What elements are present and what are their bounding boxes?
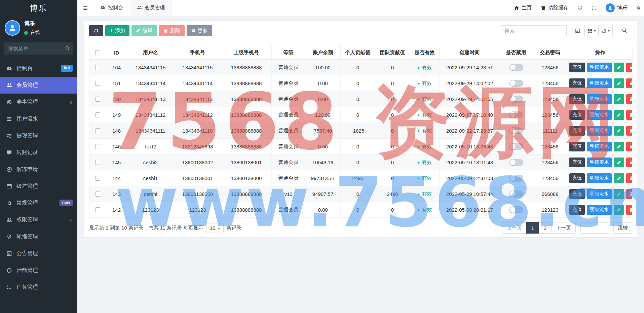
detail-view-button[interactable] — [571, 25, 585, 36]
row-checkbox[interactable] — [95, 160, 100, 165]
search-button[interactable] — [617, 25, 632, 36]
recharge-button[interactable]: 充值 — [569, 142, 585, 151]
disable-toggle[interactable] — [509, 111, 523, 118]
home-link[interactable]: 主页 — [514, 5, 532, 11]
pagination-page-1[interactable]: 1 — [526, 222, 539, 234]
row-edit-button[interactable] — [614, 110, 624, 120]
row-edit-button[interactable] — [614, 126, 624, 136]
topbar-user[interactable]: 博乐 — [606, 3, 627, 12]
row-edit-button[interactable] — [614, 189, 624, 199]
recharge-button[interactable]: 充值 — [569, 126, 585, 136]
jump-page-input[interactable] — [580, 222, 610, 234]
jump-button[interactable]: 跳转 — [613, 222, 632, 234]
sidebar-item-tasks[interactable]: 任务管理 — [0, 279, 77, 295]
sidebar-item-announcements[interactable]: 公告管理 — [0, 245, 77, 262]
row-delete-button[interactable] — [626, 189, 633, 199]
row-checkbox[interactable] — [95, 144, 100, 149]
detail-flow-button[interactable]: 明细流水 — [587, 94, 612, 104]
sidebar-item-unfreeze[interactable]: 解冻申请 — [0, 161, 77, 178]
detail-flow-button[interactable]: 明细流水 — [587, 78, 612, 88]
row-edit-button[interactable] — [614, 173, 624, 183]
row-delete-button[interactable] — [626, 173, 633, 183]
add-button[interactable]: + 添加 — [105, 25, 129, 36]
sidebar-item-level-diff[interactable]: 级差管理 — [0, 178, 77, 195]
row-checkbox[interactable] — [95, 176, 100, 181]
detail-flow-button[interactable]: 明细流水 — [587, 142, 612, 151]
sidebar-item-permissions[interactable]: 权限管理‹ — [0, 211, 77, 228]
row-checkbox[interactable] — [95, 112, 100, 117]
row-delete-button[interactable] — [626, 63, 633, 72]
row-edit-button[interactable] — [614, 94, 624, 104]
detail-flow-button[interactable]: 明细流水 — [587, 63, 612, 72]
row-delete-button[interactable] — [626, 142, 633, 151]
row-checkbox[interactable] — [95, 207, 100, 212]
recharge-button[interactable]: 充值 — [569, 110, 585, 120]
row-edit-button[interactable] — [614, 205, 624, 215]
row-checkbox[interactable] — [95, 128, 100, 133]
sidebar-item-members[interactable]: 会员管理 — [0, 77, 77, 94]
message-icon[interactable] — [577, 5, 582, 10]
export-button[interactable]: ▾ — [598, 25, 613, 36]
disable-toggle[interactable] — [509, 80, 523, 87]
detail-flow-button[interactable]: 明细流水 — [587, 126, 612, 136]
recharge-button[interactable]: 充值 — [569, 63, 585, 72]
recharge-button[interactable]: 充值 — [569, 158, 585, 167]
row-delete-button[interactable] — [626, 158, 633, 167]
recharge-button[interactable]: 充值 — [569, 94, 585, 104]
row-delete-button[interactable] — [626, 94, 633, 104]
disable-toggle[interactable] — [509, 143, 523, 150]
more-button[interactable]: 更多 — [187, 25, 212, 36]
recharge-button[interactable]: 充值 — [569, 189, 585, 199]
recharge-button[interactable]: 充值 — [569, 78, 585, 88]
row-delete-button[interactable] — [626, 205, 633, 215]
row-checkbox[interactable] — [95, 97, 100, 102]
detail-flow-button[interactable]: 明细流水 — [587, 110, 612, 120]
menu-toggle-icon[interactable]: ≡ — [77, 0, 93, 16]
row-edit-button[interactable] — [614, 63, 624, 72]
refresh-button[interactable] — [89, 25, 103, 36]
disable-toggle[interactable] — [509, 190, 523, 198]
row-edit-button[interactable] — [614, 78, 624, 88]
sidebar-search-input[interactable] — [4, 42, 73, 55]
select-all-checkbox[interactable] — [95, 50, 100, 55]
tab-console[interactable]: 控制台 — [93, 0, 130, 16]
sidebar-item-user-flow[interactable]: 用户流水 — [0, 110, 77, 127]
detail-flow-button[interactable]: 明细流水 — [587, 158, 612, 167]
pagination-prev[interactable]: 上一页 — [502, 222, 527, 234]
disable-toggle[interactable] — [509, 159, 523, 166]
row-delete-button[interactable] — [626, 78, 633, 88]
sidebar-item-console[interactable]: 控制台hot — [0, 60, 77, 77]
sidebar-item-matches[interactable]: 赛事管理‹ — [0, 94, 77, 110]
page-size-select[interactable]: 10 ▴ — [206, 223, 224, 233]
disable-toggle[interactable] — [509, 127, 523, 134]
recharge-button[interactable]: 充值 — [569, 205, 585, 215]
sidebar-item-transfer-records[interactable]: 转账记录 — [0, 144, 77, 161]
row-checkbox[interactable] — [95, 65, 100, 70]
recharge-button[interactable]: 充值 — [569, 173, 585, 183]
tab-members[interactable]: 会员管理 — [130, 0, 172, 16]
detail-flow-button[interactable]: 明细流水 — [587, 189, 612, 199]
disable-toggle[interactable] — [509, 175, 523, 182]
sidebar-item-carousel[interactable]: 轮播管理 — [0, 228, 77, 245]
sidebar-item-activities[interactable]: 活动管理 — [0, 262, 77, 279]
sidebar-item-general[interactable]: 常规管理new — [0, 195, 77, 211]
sidebar-item-withdraw[interactable]: 提现管理 — [0, 127, 77, 144]
settings-gear-icon[interactable] — [636, 5, 641, 10]
disable-toggle[interactable] — [509, 206, 523, 213]
edit-button[interactable]: 编辑 — [131, 25, 157, 36]
row-checkbox[interactable] — [95, 192, 100, 197]
row-delete-button[interactable] — [626, 126, 633, 136]
detail-flow-button[interactable]: 明细流水 — [587, 173, 612, 183]
fullscreen-icon[interactable] — [592, 5, 597, 10]
columns-button[interactable]: ▾ — [584, 25, 599, 36]
disable-toggle[interactable] — [509, 64, 523, 71]
row-edit-button[interactable] — [614, 158, 624, 167]
disable-toggle[interactable] — [509, 96, 523, 103]
row-checkbox[interactable] — [95, 81, 100, 86]
table-search-input[interactable] — [501, 25, 567, 36]
row-edit-button[interactable] — [614, 142, 624, 151]
clear-cache-link[interactable]: 清除缓存 — [541, 5, 568, 11]
pagination-next[interactable]: 下一页 — [551, 222, 576, 234]
pagination-page-2[interactable]: 2 — [539, 222, 552, 234]
row-delete-button[interactable] — [626, 110, 633, 120]
